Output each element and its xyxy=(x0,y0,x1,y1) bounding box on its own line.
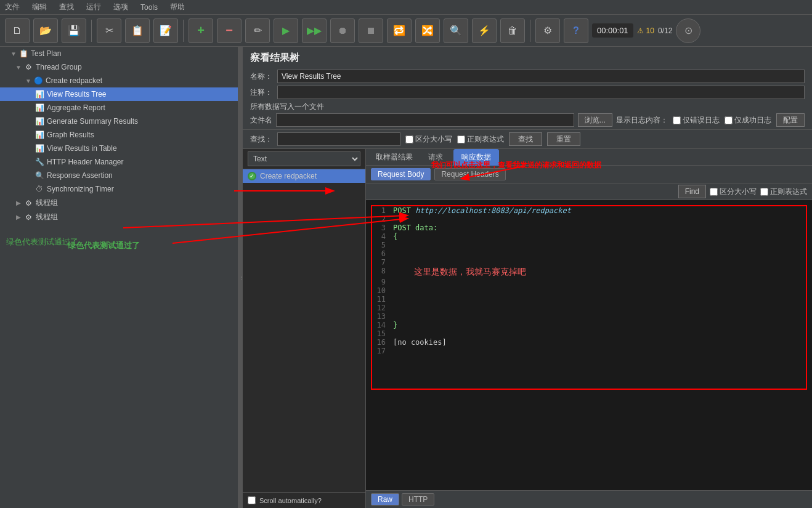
scroll-auto-checkbox[interactable] xyxy=(248,496,256,504)
thread-group-label: Thread Group xyxy=(36,63,82,71)
code-line: 7 xyxy=(372,258,806,267)
code-line: 12 xyxy=(372,304,806,312)
code-area[interactable]: 1POST http://localhost:8083/api/redpacke… xyxy=(366,200,812,490)
request-tabs: Request Body Request Headers xyxy=(366,166,812,183)
tree-item-create-redpacket[interactable]: ▼ 🔵 Create redpacket xyxy=(0,74,238,87)
tree-item-thread-group-2[interactable]: ▶ ⚙ 线程组 xyxy=(0,196,238,210)
tree-item-graph-results[interactable]: 📊 Graph Results xyxy=(0,128,238,142)
thread-group-icon: ⚙ xyxy=(23,62,33,72)
code-line: 9 xyxy=(372,278,806,286)
add-button[interactable]: + xyxy=(189,18,213,43)
line-number: 1 xyxy=(372,206,391,215)
code-inner: 1POST http://localhost:8083/api/redpacke… xyxy=(371,205,807,390)
stop-now-button[interactable]: ⏹ xyxy=(359,18,383,43)
remote-stop-button[interactable]: 🔀 xyxy=(415,18,440,43)
comment-input[interactable] xyxy=(277,86,805,99)
case-sensitive-checkbox[interactable] xyxy=(405,135,413,143)
tg3-icon: ⚙ xyxy=(23,212,33,222)
clock-button[interactable]: ⊙ xyxy=(676,18,700,43)
tree-item-synchronizing-timer[interactable]: ⏱ Synchronizing Timer xyxy=(0,182,238,196)
http-header-label: HTTP Header Manager xyxy=(47,158,124,166)
filename-label: 文件名 xyxy=(250,115,272,126)
save-button[interactable]: 💾 xyxy=(62,18,86,43)
find-regex-option[interactable]: 正则表达式 xyxy=(760,187,807,197)
browse-button[interactable]: 浏览... xyxy=(578,113,612,127)
menu-run[interactable]: 运行 xyxy=(84,1,104,14)
req-tab-body[interactable]: Request Body xyxy=(371,168,431,180)
run-button[interactable]: ▶ xyxy=(274,18,298,43)
config-button[interactable]: 配置 xyxy=(776,113,805,127)
tree-item-generate-summary[interactable]: 📊 Generate Summary Results xyxy=(0,115,238,128)
only-success-checkbox[interactable] xyxy=(725,116,733,124)
name-input[interactable] xyxy=(277,70,805,83)
menu-file[interactable]: 文件 xyxy=(2,1,22,14)
only-error-checkbox[interactable] xyxy=(673,116,681,124)
menu-tools[interactable]: Tools xyxy=(138,2,160,13)
run-no-pause-button[interactable]: ▶▶ xyxy=(302,18,327,43)
help-button[interactable]: ? xyxy=(564,18,588,43)
only-success-label: 仅成功日志 xyxy=(734,115,771,126)
panel-form: 名称： 注释： xyxy=(250,70,805,99)
bottom-tab-raw[interactable]: Raw xyxy=(371,493,399,506)
tree-item-view-results-table[interactable]: 📊 View Results in Table xyxy=(0,142,238,155)
tree-item-response-assertion[interactable]: 🔍 Response Assertion xyxy=(0,169,238,182)
tree-item-view-results-tree[interactable]: 📊 View Results Tree xyxy=(0,87,238,101)
format-select[interactable]: Text RegExp CSS/JQuery XPath JSON xyxy=(248,151,360,166)
tree-item-http-header[interactable]: 🔧 HTTP Header Manager xyxy=(0,155,238,169)
remove-button[interactable]: − xyxy=(217,18,242,43)
code-line: 11 xyxy=(372,295,806,304)
cut-button[interactable]: ✂ xyxy=(97,18,121,43)
generate-summary-icon: 📊 xyxy=(35,116,44,126)
tree-item-thread-group[interactable]: ▼ ⚙ Thread Group xyxy=(0,60,238,74)
open-button[interactable]: 📂 xyxy=(33,18,58,43)
search-button[interactable]: 🔍 xyxy=(444,18,468,43)
expand-icon-thread-group: ▼ xyxy=(15,63,22,71)
filename-input[interactable] xyxy=(276,113,574,127)
only-success-option[interactable]: 仅成功日志 xyxy=(725,115,771,126)
search-bar: 查找： 区分大小写 正则表达式 查找 重置 xyxy=(243,130,812,149)
find-button[interactable]: Find xyxy=(678,185,706,198)
regex-checkbox[interactable] xyxy=(457,135,465,143)
find-regex-checkbox[interactable] xyxy=(760,188,768,196)
menu-options[interactable]: 选项 xyxy=(111,1,131,14)
paste-button[interactable]: 📝 xyxy=(153,18,178,43)
menu-find[interactable]: 查找 xyxy=(57,1,76,14)
tab-request[interactable]: 请求 xyxy=(420,149,451,166)
search-input[interactable] xyxy=(277,132,400,146)
copy-button[interactable]: 📋 xyxy=(125,18,150,43)
find-case-option[interactable]: 区分大小写 xyxy=(710,187,757,197)
req-tab-headers[interactable]: Request Headers xyxy=(434,168,505,180)
tree-item-aggregate-report[interactable]: 📊 Aggregate Report xyxy=(0,101,238,115)
line-number: 8 xyxy=(372,267,391,278)
remote-button[interactable]: 🔁 xyxy=(387,18,412,43)
menu-help[interactable]: 帮助 xyxy=(168,1,187,14)
clear-button[interactable]: ⚡ xyxy=(472,18,497,43)
reset-button[interactable]: 重置 xyxy=(547,132,580,146)
sampler-label: 取样器结果 xyxy=(371,152,418,163)
result-item-create-redpacket[interactable]: Create redpacket xyxy=(243,169,365,183)
search-button[interactable]: 查找 xyxy=(509,132,542,146)
code-line: 16[no cookies] xyxy=(372,338,806,347)
bottom-tab-http[interactable]: HTTP xyxy=(402,493,434,506)
tree-item-thread-group-3[interactable]: ▶ ⚙ 线程组 xyxy=(0,210,238,224)
menu-edit[interactable]: 编辑 xyxy=(30,1,49,14)
stop-button[interactable]: ⏺ xyxy=(330,18,355,43)
case-sensitive-option[interactable]: 区分大小写 xyxy=(405,134,452,145)
line-content xyxy=(391,304,806,312)
toolbar-separator-2 xyxy=(183,20,184,42)
functions-button[interactable]: ⚙ xyxy=(535,18,560,43)
line-number: 11 xyxy=(372,295,391,304)
find-case-checkbox[interactable] xyxy=(710,188,718,196)
edit-button[interactable]: ✏ xyxy=(245,18,270,43)
only-error-option[interactable]: 仅错误日志 xyxy=(673,115,720,126)
tab-response[interactable]: 响应数据 xyxy=(453,149,499,166)
new-button[interactable]: 🗋 xyxy=(5,18,30,43)
scroll-auto-row: Scroll automatically? xyxy=(243,492,365,508)
find-regex-label: 正则表达式 xyxy=(770,187,807,197)
line-number: 9 xyxy=(372,278,391,286)
clear-all-button[interactable]: 🗑 xyxy=(500,18,525,43)
results-list-content: Create redpacket xyxy=(243,169,365,492)
name-row: 名称： xyxy=(250,70,805,83)
regex-option[interactable]: 正则表达式 xyxy=(457,134,504,145)
tree-item-test-plan[interactable]: ▼ 📋 Test Plan xyxy=(0,47,238,60)
